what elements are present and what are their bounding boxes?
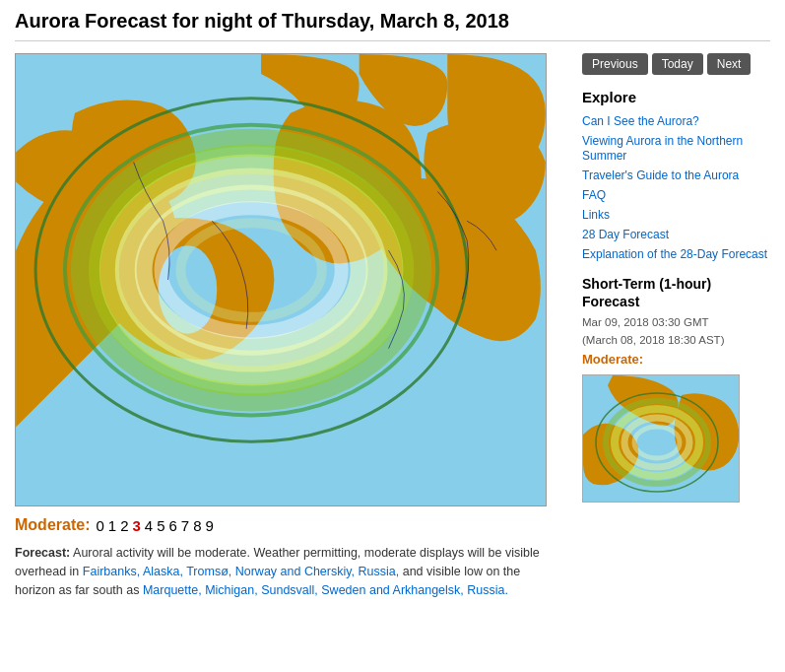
explore-link-6[interactable]: 28 Day Forecast xyxy=(582,228,669,241)
short-term-time-gmt: Mar 09, 2018 03:30 GMT xyxy=(582,316,770,328)
nav-buttons: Previous Today Next xyxy=(582,53,770,75)
explore-link-item: Can I See the Aurora? xyxy=(582,113,770,128)
explore-link-item: Viewing Aurora in the Northern Summer xyxy=(582,133,770,163)
kp-numbers: 0 1 2 3 4 5 6 7 8 9 xyxy=(96,517,213,534)
aurora-map-svg xyxy=(16,54,546,505)
kp-1: 1 xyxy=(108,517,116,534)
explore-link-3[interactable]: Traveler's Guide to the Aurora xyxy=(582,168,739,182)
page-title: Aurora Forecast for night of Thursday, M… xyxy=(15,10,770,41)
short-term-time-ast: (March 08, 2018 18:30 AST) xyxy=(582,334,770,346)
mini-aurora-map xyxy=(583,375,740,503)
explore-heading: Explore xyxy=(582,89,770,105)
explore-link-item: Links xyxy=(582,207,770,222)
explore-link-1[interactable]: Can I See the Aurora? xyxy=(582,114,699,128)
kp-5: 5 xyxy=(157,517,164,534)
short-term-level: Moderate: xyxy=(582,352,770,367)
explore-link-7[interactable]: Explanation of the 28-Day Forecast xyxy=(582,247,767,261)
explore-link-5[interactable]: Links xyxy=(582,208,610,222)
main-layout: Moderate: 0 1 2 3 4 5 6 7 8 9 Forecast: … xyxy=(15,53,770,599)
explore-link-item: 28 Day Forecast xyxy=(582,227,770,241)
kp-2: 2 xyxy=(120,517,128,534)
next-button[interactable]: Next xyxy=(707,53,752,75)
right-column: Previous Today Next Explore Can I See th… xyxy=(582,53,770,599)
today-button[interactable]: Today xyxy=(652,53,703,75)
short-term-title: Short-Term (1-hour) Forecast xyxy=(582,275,770,310)
kp-6: 6 xyxy=(169,517,177,534)
previous-button[interactable]: Previous xyxy=(582,53,648,75)
kp-4: 4 xyxy=(145,517,153,534)
forecast-bold-label: Forecast: xyxy=(15,546,70,560)
mini-map-container xyxy=(582,374,740,503)
explore-link-2[interactable]: Viewing Aurora in the Northern Summer xyxy=(582,134,743,163)
kp-scale: Moderate: 0 1 2 3 4 5 6 7 8 9 xyxy=(15,516,566,534)
forecast-text: Forecast: Auroral activity will be moder… xyxy=(15,544,547,599)
forecast-highlight-2: Marquette, Michigan, Sundsvall, Sweden a… xyxy=(143,583,508,597)
kp-0: 0 xyxy=(96,517,103,534)
left-column: Moderate: 0 1 2 3 4 5 6 7 8 9 Forecast: … xyxy=(15,53,566,599)
kp-3-active: 3 xyxy=(132,517,140,534)
aurora-map-container xyxy=(15,53,547,506)
forecast-highlight-1: Fairbanks, Alaska, Tromsø, Norway and Ch… xyxy=(83,565,399,578)
kp-8: 8 xyxy=(193,517,201,534)
explore-link-item: Traveler's Guide to the Aurora xyxy=(582,168,770,182)
kp-label: Moderate: xyxy=(15,516,90,534)
explore-link-item: FAQ xyxy=(582,187,770,202)
explore-links-list: Can I See the Aurora? Viewing Aurora in … xyxy=(582,113,770,261)
explore-link-4[interactable]: FAQ xyxy=(582,188,606,202)
kp-7: 7 xyxy=(181,517,189,534)
kp-9: 9 xyxy=(206,517,214,534)
explore-link-item: Explanation of the 28-Day Forecast xyxy=(582,246,770,261)
